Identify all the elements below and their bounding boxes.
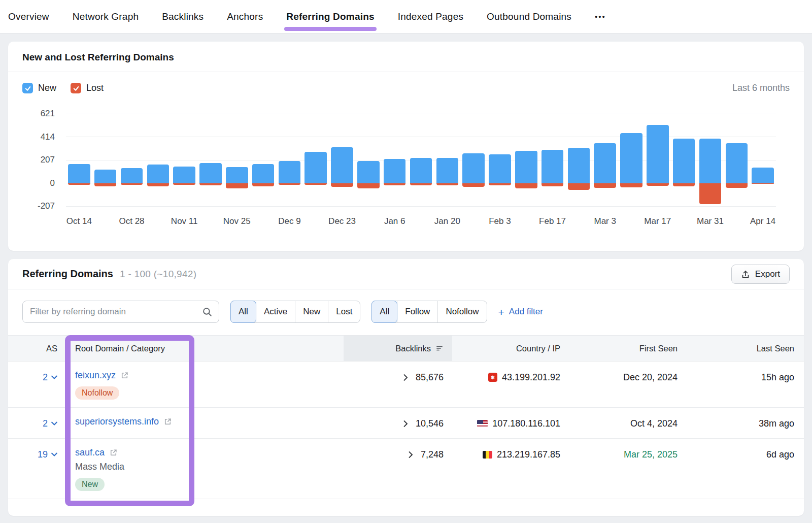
date-range-label: Last 6 months	[732, 83, 790, 93]
tab-indexed-pages[interactable]: Indexed Pages	[398, 0, 463, 33]
sort-descending-icon	[435, 344, 444, 352]
chart-x-axis: Oct 14Oct 28Nov 11Nov 25Dec 9Dec 23Jan 6…	[66, 213, 776, 228]
country-ip-cell: 213.219.167.85	[452, 447, 568, 462]
new-bar	[252, 164, 275, 183]
as-cell[interactable]: 2	[8, 370, 66, 384]
new-bar	[726, 143, 748, 183]
tab-network-graph[interactable]: Network Graph	[73, 0, 139, 33]
hk-flag-icon: ✽	[488, 373, 497, 382]
more-tabs-button[interactable]: •••	[595, 0, 606, 33]
tab-backlinks[interactable]: Backlinks	[162, 0, 204, 33]
lost-bar	[199, 183, 222, 186]
domain-link[interactable]: feixun.xyz	[75, 370, 116, 381]
table-range-count: 1 - 100 (~10,942)	[120, 269, 196, 280]
bar-group-feb-17	[539, 114, 566, 206]
status-filter-new[interactable]: New	[295, 301, 328, 322]
lost-bar	[752, 183, 774, 184]
domain-link[interactable]: sauf.ca	[75, 447, 105, 458]
column-header-last-seen[interactable]: Last Seen	[678, 336, 804, 361]
lost-bar	[357, 183, 380, 189]
new-bar	[410, 158, 432, 183]
new-bar	[489, 154, 511, 183]
tab-overview[interactable]: Overview	[8, 0, 49, 33]
column-header-first-seen[interactable]: First Seen	[568, 336, 678, 361]
domain-link[interactable]: superiorsystems.info	[75, 416, 159, 427]
lost-bar	[121, 183, 143, 185]
plus-icon: +	[498, 307, 504, 317]
as-cell[interactable]: 2	[8, 416, 66, 431]
column-header-root-domain[interactable]: Root Domain / Category	[66, 336, 344, 361]
bar-group-dec-23	[329, 114, 355, 206]
bar-group-mar-10	[618, 114, 645, 206]
new-bar	[199, 163, 222, 183]
add-filter-button[interactable]: + Add filter	[498, 307, 543, 317]
new-bar	[94, 170, 117, 183]
root-domain-cell: superiorsystems.info	[66, 416, 344, 431]
tab-anchors[interactable]: Anchors	[227, 0, 263, 33]
legend-lost-label: Lost	[86, 83, 104, 93]
tab-outbound-domains[interactable]: Outbound Domains	[487, 0, 571, 33]
follow-filter-all[interactable]: All	[371, 301, 397, 323]
tab-referring-domains[interactable]: Referring Domains	[286, 0, 374, 33]
as-count: 19	[38, 449, 48, 460]
bar-group-apr-14	[750, 114, 776, 206]
x-axis-tick: Mar 31	[697, 216, 724, 226]
column-header-as[interactable]: AS	[8, 336, 66, 361]
lost-bar	[279, 183, 301, 185]
column-header-country-ip[interactable]: Country / IP	[452, 336, 568, 361]
referring-domains-card: Referring Domains 1 - 100 (~10,942) Expo…	[8, 259, 804, 516]
lost-bar	[304, 183, 327, 185]
new-bar	[542, 150, 564, 183]
lost-bar	[94, 183, 117, 186]
status-filter-lost[interactable]: Lost	[328, 301, 360, 322]
legend-lost-toggle[interactable]: Lost	[71, 83, 104, 93]
lost-bar	[384, 183, 406, 186]
lost-checkbox[interactable]	[71, 83, 81, 93]
domain-line: superiorsystems.info	[75, 416, 172, 427]
y-axis-tick: 414	[41, 132, 55, 142]
lost-bar	[515, 183, 537, 189]
chart-plot	[66, 114, 776, 206]
as-cell[interactable]: 19	[8, 447, 66, 462]
new-bar	[673, 139, 695, 183]
external-link-icon[interactable]	[109, 448, 118, 457]
backlinks-count: 10,546	[416, 418, 444, 429]
x-axis-tick: Feb 17	[539, 216, 566, 226]
external-link-icon[interactable]	[163, 417, 172, 426]
domain-filter-input[interactable]	[30, 307, 202, 317]
new-bar	[304, 152, 327, 183]
x-axis-tick: Dec 9	[278, 216, 300, 226]
bar-group-jan-27	[460, 114, 487, 206]
bar-group-dec-30	[355, 114, 382, 206]
follow-filter-nofollow[interactable]: Nofollow	[437, 301, 486, 322]
lost-bar	[173, 183, 195, 185]
domain-line: sauf.ca	[75, 447, 118, 458]
new-checkbox[interactable]	[22, 83, 33, 93]
bar-group-oct-28	[119, 114, 145, 206]
expand-chevron-right-icon[interactable]	[403, 374, 408, 381]
legend-new-toggle[interactable]: New	[22, 83, 56, 93]
new-bar	[647, 125, 669, 183]
bar-group-feb-3	[487, 114, 513, 206]
last-seen-cell: 15h ago	[678, 370, 804, 384]
us-flag-icon	[477, 420, 488, 428]
last-seen-cell: 38m ago	[678, 416, 804, 431]
legend-new-label: New	[38, 83, 56, 93]
new-bar	[121, 168, 143, 183]
column-header-backlinks[interactable]: Backlinks	[344, 336, 452, 361]
search-icon[interactable]	[202, 307, 213, 317]
bar-group-dec-16	[302, 114, 329, 206]
follow-filter-follow[interactable]: Follow	[397, 301, 437, 322]
x-axis-tick: Nov 25	[223, 216, 251, 226]
external-link-icon[interactable]	[120, 371, 129, 380]
expand-chevron-right-icon[interactable]	[403, 420, 408, 427]
expand-chevron-right-icon[interactable]	[409, 451, 413, 458]
bar-group-nov-11	[171, 114, 197, 206]
backlinks-count: 7,248	[421, 449, 444, 460]
status-filter-all[interactable]: All	[230, 301, 256, 323]
y-axis-tick: 207	[41, 155, 55, 165]
new-bar	[384, 159, 406, 183]
status-filter-active[interactable]: Active	[256, 301, 295, 322]
lost-bar	[436, 183, 459, 186]
export-button[interactable]: Export	[731, 265, 790, 284]
